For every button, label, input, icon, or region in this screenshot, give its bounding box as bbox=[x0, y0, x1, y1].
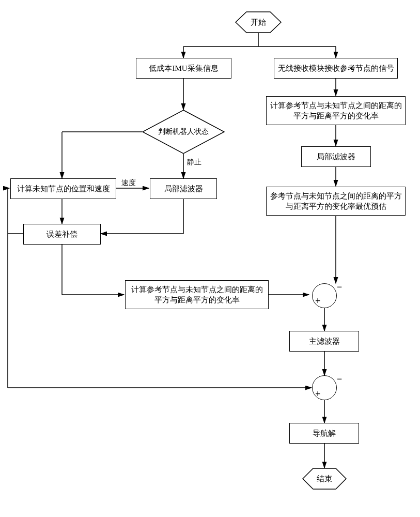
sum2-minus: − bbox=[337, 374, 342, 385]
rx-label: 无线接收模块接收参考节点的信号 bbox=[278, 63, 394, 73]
sum1-plus: + bbox=[315, 296, 320, 307]
main-filter-node: 主滤波器 bbox=[289, 331, 359, 352]
nav-node: 导航解 bbox=[289, 423, 359, 444]
start-node: 开始 bbox=[235, 11, 282, 33]
calc-left-node: 计算参考节点与未知节点之间的距离的平方与距离平方的变化率 bbox=[125, 280, 269, 309]
sum1-minus: − bbox=[337, 282, 342, 293]
rx-node: 无线接收模块接收参考节点的信号 bbox=[274, 58, 398, 79]
err-label: 误差补偿 bbox=[46, 229, 77, 239]
calc-right-label: 计算参考节点与未知节点之间的距离的平方与距离平方的变化率 bbox=[270, 100, 402, 121]
error-comp-node: 误差补偿 bbox=[23, 224, 101, 245]
local-filter-left: 局部滤波器 bbox=[150, 178, 217, 199]
end-label: 结束 bbox=[317, 474, 332, 484]
pv-label: 计算未知节点的位置和速度 bbox=[17, 184, 110, 194]
local-filter-right: 局部滤波器 bbox=[301, 146, 371, 167]
lf-left-label: 局部滤波器 bbox=[164, 184, 203, 194]
calc-right-node: 计算参考节点与未知节点之间的距离的平方与距离平方的变化率 bbox=[266, 96, 406, 125]
calc-left-label: 计算参考节点与未知节点之间的距离的平方与距离平方的变化率 bbox=[129, 284, 265, 306]
start-label: 开始 bbox=[251, 18, 266, 27]
lf-right-label: 局部滤波器 bbox=[317, 151, 355, 162]
end-node: 结束 bbox=[302, 468, 347, 490]
speed-label: 速度 bbox=[121, 178, 136, 188]
imu-node: 低成本IMU采集信息 bbox=[136, 58, 231, 79]
imu-label: 低成本IMU采集信息 bbox=[149, 63, 218, 73]
still-label: 静止 bbox=[187, 158, 201, 167]
opt-node: 参考节点与未知节点之间的距离的平方与距离平方的变化率最优预估 bbox=[266, 187, 406, 216]
pv-node: 计算未知节点的位置和速度 bbox=[10, 178, 116, 199]
opt-label: 参考节点与未知节点之间的距离的平方与距离平方的变化率最优预估 bbox=[270, 191, 402, 212]
state-decision: 判断机器人状态 bbox=[142, 110, 225, 154]
sum2-plus: + bbox=[315, 389, 320, 400]
state-label: 判断机器人状态 bbox=[150, 127, 216, 136]
nav-label: 导航解 bbox=[313, 428, 336, 438]
main-label: 主滤波器 bbox=[309, 336, 340, 346]
